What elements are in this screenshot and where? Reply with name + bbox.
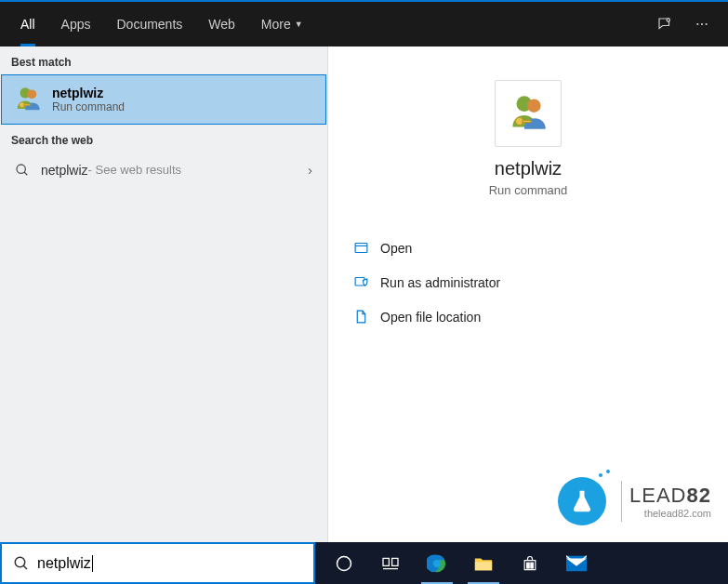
best-match-title: netplwiz — [52, 86, 125, 100]
tab-more[interactable]: More▼ — [248, 2, 316, 46]
admin-shield-icon — [351, 274, 371, 290]
svg-rect-20 — [392, 558, 398, 565]
watermark-logo: LEAD82 thelead82.com — [558, 477, 711, 525]
chevron-right-icon: › — [308, 162, 312, 178]
folder-location-icon — [351, 309, 371, 325]
taskbar-mail[interactable] — [555, 542, 598, 584]
svg-point-2 — [701, 23, 703, 25]
open-icon — [351, 240, 371, 256]
svg-line-17 — [23, 565, 27, 569]
search-value: netplwiz — [37, 555, 93, 572]
svg-rect-7 — [24, 104, 30, 106]
search-icon — [13, 555, 30, 572]
svg-rect-28 — [531, 565, 534, 568]
svg-line-9 — [24, 172, 27, 175]
chevron-down-icon: ▼ — [295, 20, 303, 29]
svg-rect-13 — [523, 120, 531, 122]
svg-point-16 — [15, 557, 25, 567]
svg-rect-27 — [527, 565, 530, 568]
detail-pane: netplwiz Run command Open Run as adminis… — [328, 46, 728, 542]
tab-all[interactable]: All — [7, 2, 48, 46]
best-match-label: Best match — [0, 46, 327, 74]
svg-rect-26 — [531, 563, 534, 565]
tab-documents[interactable]: Documents — [103, 2, 195, 46]
best-match-item[interactable]: netplwiz Run command — [1, 74, 326, 125]
taskbar-task-view[interactable] — [369, 542, 412, 584]
tab-web[interactable]: Web — [195, 2, 248, 46]
search-icon — [15, 163, 30, 178]
search-header: All Apps Documents Web More▼ — [0, 2, 728, 46]
taskbar-edge[interactable] — [416, 542, 458, 584]
svg-point-23 — [433, 559, 441, 566]
taskbar-store[interactable] — [509, 542, 551, 584]
svg-point-3 — [706, 23, 708, 25]
web-result-query: netplwiz — [41, 163, 88, 178]
svg-rect-25 — [527, 563, 530, 565]
svg-point-8 — [17, 165, 25, 173]
svg-point-11 — [527, 99, 541, 113]
action-open[interactable]: Open — [351, 231, 706, 265]
best-match-subtitle: Run command — [52, 100, 125, 113]
search-input-bar[interactable]: netplwiz — [0, 542, 315, 584]
svg-point-0 — [667, 19, 669, 21]
action-run-as-admin[interactable]: Run as administrator — [351, 265, 706, 299]
detail-subtitle: Run command — [328, 183, 728, 197]
detail-app-icon — [495, 80, 562, 147]
svg-point-18 — [338, 556, 351, 570]
svg-point-1 — [696, 23, 698, 25]
svg-point-5 — [27, 89, 36, 99]
tab-apps[interactable]: Apps — [48, 2, 104, 46]
svg-rect-14 — [355, 244, 367, 253]
users-key-icon — [11, 83, 45, 116]
taskbar-cortana[interactable] — [323, 542, 365, 584]
more-options-icon[interactable] — [683, 2, 721, 46]
web-result-hint: - See web results — [88, 163, 181, 177]
svg-rect-19 — [383, 558, 389, 565]
search-web-label: Search the web — [0, 125, 327, 153]
taskbar — [315, 542, 728, 584]
detail-title: netplwiz — [328, 158, 728, 179]
taskbar-file-explorer[interactable] — [462, 542, 505, 584]
svg-rect-24 — [475, 562, 492, 570]
flask-icon — [558, 477, 606, 525]
action-open-file-location[interactable]: Open file location — [351, 299, 706, 334]
results-pane: Best match netplwiz Run command Search t… — [0, 46, 328, 542]
web-result-item[interactable]: netplwiz - See web results › — [0, 153, 327, 187]
feedback-icon[interactable] — [646, 2, 683, 46]
